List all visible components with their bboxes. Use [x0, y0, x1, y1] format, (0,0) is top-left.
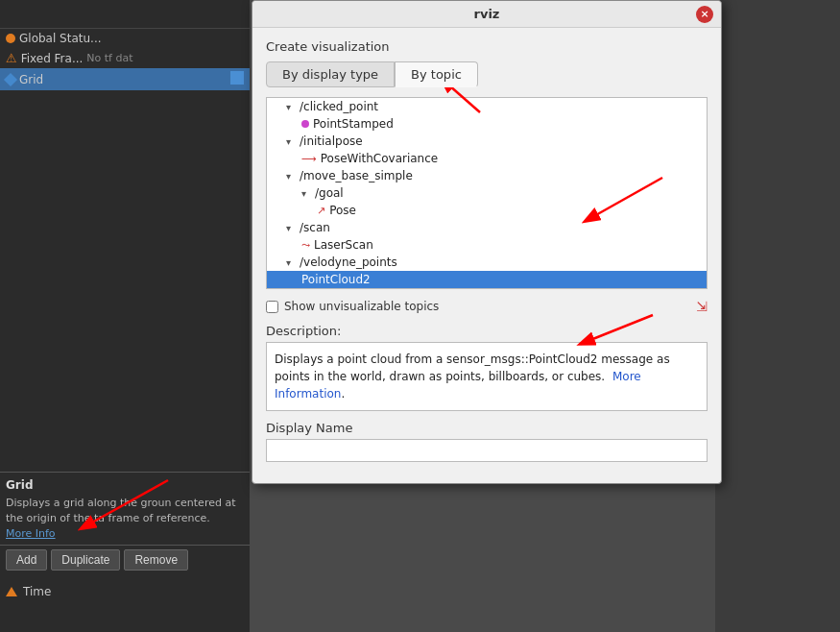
- tree-item-posewithcovariance[interactable]: ⟶ PoseWithCovariance: [267, 150, 707, 167]
- pose-icon: ⟶: [301, 153, 317, 165]
- dialog-overlay: rviz × Create visualization By display t…: [0, 0, 840, 632]
- tree-item-velodyne[interactable]: ▾ /velodyne_points: [267, 254, 707, 271]
- expand-arrow: ▾: [286, 257, 296, 268]
- svg-line-1: [586, 178, 662, 221]
- pose-icon: ↗: [317, 205, 325, 217]
- posewithcovariance-label: PoseWithCovariance: [321, 152, 438, 165]
- laserscan-label: LaserScan: [314, 238, 373, 252]
- display-name-input[interactable]: PointCloud2: [266, 439, 708, 462]
- circle-icon: [301, 120, 309, 128]
- scan-label: /scan: [300, 221, 330, 234]
- dialog-title: rviz: [474, 7, 500, 21]
- pose-label: Pose: [329, 204, 356, 217]
- section-title: Create visualization: [266, 39, 708, 54]
- expand-arrow: ▾: [286, 223, 296, 233]
- expand-arrow: ▾: [286, 102, 296, 112]
- tree-item-pointstamped[interactable]: PointStamped: [267, 115, 707, 133]
- annotation-arrow-2: [566, 168, 672, 245]
- goal-label: /goal: [315, 186, 344, 200]
- annotation-arrow-4: [53, 471, 178, 547]
- expand-arrow: ▾: [286, 171, 296, 182]
- expand-arrow: ▾: [301, 188, 311, 199]
- pointcloud2-label: PointCloud2: [301, 273, 371, 286]
- velodyne-label: /velodyne_points: [300, 255, 397, 269]
- laser-icon: ⤳: [301, 239, 310, 252]
- close-button[interactable]: ×: [696, 6, 713, 23]
- pointstamped-label: PointStamped: [313, 117, 394, 131]
- display-name-section: Display Name PointCloud2: [266, 421, 708, 462]
- unvisualizable-icon: ⇲: [696, 299, 708, 314]
- clicked-point-label: /clicked_point: [300, 100, 378, 113]
- tree-item-initialpose[interactable]: ▾ /initialpose: [267, 133, 707, 150]
- expand-arrow: ▾: [286, 136, 296, 147]
- display-name-label: Display Name: [266, 421, 708, 435]
- show-unvisualizable-checkbox[interactable]: [266, 301, 278, 313]
- annotation-arrow-3: [566, 305, 662, 363]
- initialpose-label: /initialpose: [300, 134, 363, 148]
- tab-by-display-type[interactable]: By display type: [266, 61, 395, 87]
- show-unvisualizable-label: Show unvisualizable topics: [284, 300, 439, 313]
- svg-line-3: [82, 480, 168, 528]
- move-base-label: /move_base_simple: [300, 169, 413, 182]
- tree-item-pointcloud2[interactable]: PointCloud2: [267, 271, 707, 288]
- dialog-titlebar: rviz ×: [252, 1, 721, 28]
- tab-by-topic[interactable]: By topic: [395, 61, 478, 87]
- svg-line-2: [581, 315, 653, 344]
